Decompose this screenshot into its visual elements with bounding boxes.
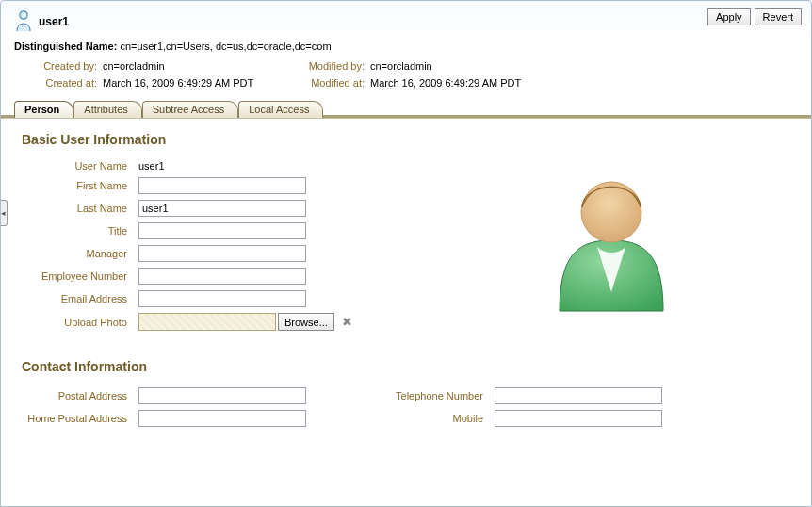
user-name-label: User Name (16, 160, 138, 172)
avatar-column (352, 160, 796, 320)
distinguished-name-label: Distinguished Name: (14, 41, 117, 52)
employee-number-label: Employee Number (16, 270, 138, 282)
employee-number-field[interactable] (138, 268, 306, 285)
title-wrap: user1 (14, 8, 69, 35)
first-name-field[interactable] (138, 177, 306, 194)
upload-photo-label: Upload Photo (16, 317, 138, 328)
tab-local-access[interactable]: Local Access (238, 101, 323, 118)
tab-subtree-access[interactable]: Subtree Access (142, 101, 238, 118)
user-avatar-icon (541, 160, 682, 320)
created-by-value: cn=orcladmin (103, 57, 291, 74)
manager-label: Manager (16, 248, 138, 259)
user-entry-panel: user1 Apply Revert Distinguished Name: c… (0, 0, 812, 507)
svg-point-0 (20, 11, 27, 19)
spacer (16, 433, 796, 470)
email-address-field[interactable] (138, 290, 306, 307)
last-name-label: Last Name (16, 203, 138, 214)
modified-at-value: March 16, 2009 6:49:29 AM PDT (370, 74, 521, 91)
browse-button[interactable]: Browse... (278, 313, 334, 331)
contact-right-col: Telephone Number Mobile (382, 387, 662, 433)
page-title: user1 (39, 15, 69, 28)
home-postal-address-field[interactable] (138, 410, 306, 427)
modified-at-label: Modified at: (291, 74, 370, 91)
tab-content-outer: ◂ Basic User Information User Name user1… (1, 118, 811, 506)
contact-left-col: Postal Address Home Postal Address (16, 387, 306, 433)
tab-content-scroll[interactable]: Basic User Information User Name user1 F… (1, 119, 811, 506)
telephone-number-label: Telephone Number (382, 390, 495, 401)
modified-by-label: Modified by: (291, 57, 370, 74)
manager-field[interactable] (138, 245, 306, 262)
title-label: Title (16, 225, 138, 237)
action-buttons: Apply Revert (707, 8, 802, 25)
basic-info-form: User Name user1 First Name Last Name Tit… (16, 160, 352, 336)
tab-person[interactable]: Person (14, 101, 73, 118)
home-postal-address-label: Home Postal Address (16, 413, 138, 424)
modified-by-value: cn=orcladmin (370, 57, 432, 74)
postal-address-label: Postal Address (16, 390, 138, 401)
basic-info-wrap: User Name user1 First Name Last Name Tit… (16, 160, 796, 336)
postal-address-field[interactable] (138, 387, 306, 404)
distinguished-name-row: Distinguished Name: cn=user1,cn=Users, d… (1, 39, 811, 57)
expand-handle-icon[interactable]: ◂ (1, 200, 8, 226)
audit-metadata: Created by: cn=orcladmin Modified by: cn… (1, 57, 811, 101)
section-basic-title: Basic User Information (22, 132, 796, 147)
telephone-number-field[interactable] (495, 387, 662, 404)
contact-info-wrap: Postal Address Home Postal Address Telep… (16, 387, 796, 433)
tabs-row: Person Attributes Subtree Access Local A… (1, 101, 811, 118)
header-bar: user1 Apply Revert (1, 1, 811, 39)
created-at-label: Created at: (29, 74, 103, 91)
user-icon (14, 8, 33, 35)
created-at-value: March 16, 2009 6:49:29 AM PDT (103, 74, 291, 91)
section-contact-title: Contact Information (22, 359, 796, 374)
created-by-label: Created by: (29, 57, 103, 74)
first-name-label: First Name (16, 180, 138, 191)
user-name-value: user1 (138, 160, 165, 172)
email-address-label: Email Address (16, 293, 138, 304)
upload-photo-field[interactable] (138, 313, 276, 331)
tab-attributes[interactable]: Attributes (73, 101, 141, 118)
svg-point-1 (581, 182, 641, 242)
mobile-field[interactable] (495, 410, 662, 427)
last-name-field[interactable] (138, 200, 306, 217)
mobile-label: Mobile (382, 413, 495, 424)
revert-button[interactable]: Revert (755, 8, 802, 25)
distinguished-name-value: cn=user1,cn=Users, dc=us,dc=oracle,dc=co… (120, 41, 331, 52)
close-icon[interactable]: ✖ (342, 315, 352, 329)
apply-button[interactable]: Apply (707, 8, 751, 25)
title-field[interactable] (138, 222, 306, 239)
